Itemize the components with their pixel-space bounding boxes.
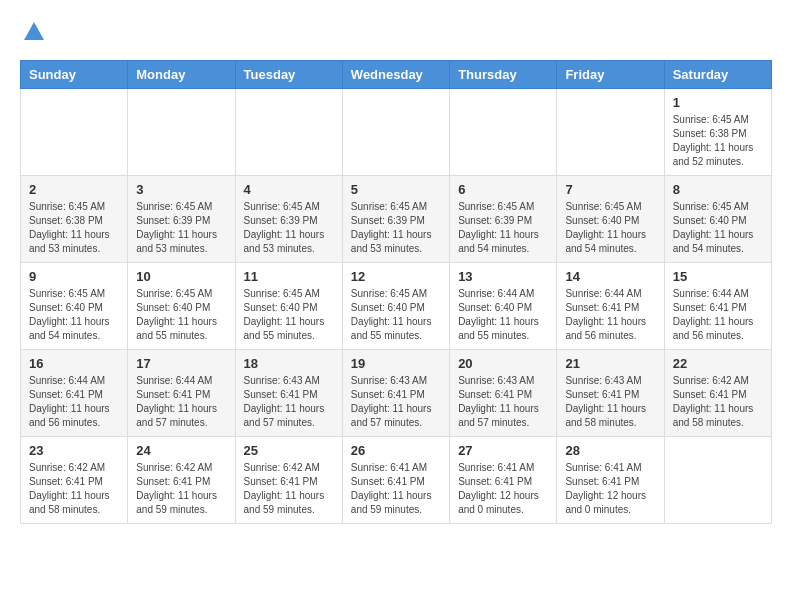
column-header-wednesday: Wednesday	[342, 61, 449, 89]
calendar-cell: 7Sunrise: 6:45 AM Sunset: 6:40 PM Daylig…	[557, 176, 664, 263]
calendar-table: SundayMondayTuesdayWednesdayThursdayFrid…	[20, 60, 772, 524]
calendar-cell: 8Sunrise: 6:45 AM Sunset: 6:40 PM Daylig…	[664, 176, 771, 263]
calendar-cell: 22Sunrise: 6:42 AM Sunset: 6:41 PM Dayli…	[664, 350, 771, 437]
calendar-cell: 1Sunrise: 6:45 AM Sunset: 6:38 PM Daylig…	[664, 89, 771, 176]
day-number: 1	[673, 95, 763, 110]
day-number: 22	[673, 356, 763, 371]
day-number: 11	[244, 269, 334, 284]
calendar-week-row: 1Sunrise: 6:45 AM Sunset: 6:38 PM Daylig…	[21, 89, 772, 176]
day-number: 25	[244, 443, 334, 458]
day-info: Sunrise: 6:44 AM Sunset: 6:41 PM Dayligh…	[673, 287, 763, 343]
calendar-cell: 27Sunrise: 6:41 AM Sunset: 6:41 PM Dayli…	[450, 437, 557, 524]
calendar-cell	[450, 89, 557, 176]
day-number: 27	[458, 443, 548, 458]
calendar-cell: 26Sunrise: 6:41 AM Sunset: 6:41 PM Dayli…	[342, 437, 449, 524]
column-header-thursday: Thursday	[450, 61, 557, 89]
day-number: 12	[351, 269, 441, 284]
day-number: 21	[565, 356, 655, 371]
calendar-cell: 24Sunrise: 6:42 AM Sunset: 6:41 PM Dayli…	[128, 437, 235, 524]
day-number: 14	[565, 269, 655, 284]
day-info: Sunrise: 6:45 AM Sunset: 6:40 PM Dayligh…	[244, 287, 334, 343]
calendar-week-row: 23Sunrise: 6:42 AM Sunset: 6:41 PM Dayli…	[21, 437, 772, 524]
day-info: Sunrise: 6:41 AM Sunset: 6:41 PM Dayligh…	[565, 461, 655, 517]
logo-icon	[22, 20, 46, 44]
day-info: Sunrise: 6:43 AM Sunset: 6:41 PM Dayligh…	[244, 374, 334, 430]
day-number: 8	[673, 182, 763, 197]
calendar-cell: 14Sunrise: 6:44 AM Sunset: 6:41 PM Dayli…	[557, 263, 664, 350]
calendar-cell: 23Sunrise: 6:42 AM Sunset: 6:41 PM Dayli…	[21, 437, 128, 524]
calendar-cell	[557, 89, 664, 176]
logo	[20, 20, 46, 44]
calendar-cell: 9Sunrise: 6:45 AM Sunset: 6:40 PM Daylig…	[21, 263, 128, 350]
day-number: 20	[458, 356, 548, 371]
day-info: Sunrise: 6:45 AM Sunset: 6:39 PM Dayligh…	[458, 200, 548, 256]
calendar-cell: 28Sunrise: 6:41 AM Sunset: 6:41 PM Dayli…	[557, 437, 664, 524]
calendar-cell: 19Sunrise: 6:43 AM Sunset: 6:41 PM Dayli…	[342, 350, 449, 437]
day-info: Sunrise: 6:45 AM Sunset: 6:39 PM Dayligh…	[244, 200, 334, 256]
day-info: Sunrise: 6:45 AM Sunset: 6:40 PM Dayligh…	[29, 287, 119, 343]
calendar-cell: 3Sunrise: 6:45 AM Sunset: 6:39 PM Daylig…	[128, 176, 235, 263]
calendar-cell: 17Sunrise: 6:44 AM Sunset: 6:41 PM Dayli…	[128, 350, 235, 437]
day-number: 26	[351, 443, 441, 458]
day-number: 28	[565, 443, 655, 458]
day-info: Sunrise: 6:45 AM Sunset: 6:38 PM Dayligh…	[673, 113, 763, 169]
day-number: 18	[244, 356, 334, 371]
day-info: Sunrise: 6:42 AM Sunset: 6:41 PM Dayligh…	[673, 374, 763, 430]
day-number: 13	[458, 269, 548, 284]
day-info: Sunrise: 6:41 AM Sunset: 6:41 PM Dayligh…	[458, 461, 548, 517]
calendar-cell: 18Sunrise: 6:43 AM Sunset: 6:41 PM Dayli…	[235, 350, 342, 437]
calendar-cell: 20Sunrise: 6:43 AM Sunset: 6:41 PM Dayli…	[450, 350, 557, 437]
calendar-cell	[342, 89, 449, 176]
day-info: Sunrise: 6:45 AM Sunset: 6:38 PM Dayligh…	[29, 200, 119, 256]
day-info: Sunrise: 6:45 AM Sunset: 6:40 PM Dayligh…	[565, 200, 655, 256]
day-number: 15	[673, 269, 763, 284]
day-number: 7	[565, 182, 655, 197]
calendar-cell	[128, 89, 235, 176]
calendar-cell: 5Sunrise: 6:45 AM Sunset: 6:39 PM Daylig…	[342, 176, 449, 263]
day-number: 3	[136, 182, 226, 197]
day-info: Sunrise: 6:44 AM Sunset: 6:40 PM Dayligh…	[458, 287, 548, 343]
day-number: 17	[136, 356, 226, 371]
day-number: 2	[29, 182, 119, 197]
svg-marker-0	[24, 22, 44, 40]
column-header-tuesday: Tuesday	[235, 61, 342, 89]
day-info: Sunrise: 6:45 AM Sunset: 6:39 PM Dayligh…	[351, 200, 441, 256]
column-header-monday: Monday	[128, 61, 235, 89]
day-number: 9	[29, 269, 119, 284]
day-info: Sunrise: 6:43 AM Sunset: 6:41 PM Dayligh…	[565, 374, 655, 430]
column-header-friday: Friday	[557, 61, 664, 89]
day-number: 10	[136, 269, 226, 284]
calendar-week-row: 9Sunrise: 6:45 AM Sunset: 6:40 PM Daylig…	[21, 263, 772, 350]
day-info: Sunrise: 6:42 AM Sunset: 6:41 PM Dayligh…	[136, 461, 226, 517]
day-info: Sunrise: 6:44 AM Sunset: 6:41 PM Dayligh…	[29, 374, 119, 430]
calendar-cell: 21Sunrise: 6:43 AM Sunset: 6:41 PM Dayli…	[557, 350, 664, 437]
calendar-cell: 10Sunrise: 6:45 AM Sunset: 6:40 PM Dayli…	[128, 263, 235, 350]
column-header-sunday: Sunday	[21, 61, 128, 89]
day-info: Sunrise: 6:41 AM Sunset: 6:41 PM Dayligh…	[351, 461, 441, 517]
day-info: Sunrise: 6:42 AM Sunset: 6:41 PM Dayligh…	[244, 461, 334, 517]
calendar-cell	[664, 437, 771, 524]
day-info: Sunrise: 6:44 AM Sunset: 6:41 PM Dayligh…	[136, 374, 226, 430]
day-number: 19	[351, 356, 441, 371]
calendar-cell	[21, 89, 128, 176]
calendar-cell: 6Sunrise: 6:45 AM Sunset: 6:39 PM Daylig…	[450, 176, 557, 263]
calendar-cell: 25Sunrise: 6:42 AM Sunset: 6:41 PM Dayli…	[235, 437, 342, 524]
calendar-cell: 11Sunrise: 6:45 AM Sunset: 6:40 PM Dayli…	[235, 263, 342, 350]
calendar-cell: 12Sunrise: 6:45 AM Sunset: 6:40 PM Dayli…	[342, 263, 449, 350]
day-number: 6	[458, 182, 548, 197]
calendar-header-row: SundayMondayTuesdayWednesdayThursdayFrid…	[21, 61, 772, 89]
day-info: Sunrise: 6:44 AM Sunset: 6:41 PM Dayligh…	[565, 287, 655, 343]
day-number: 16	[29, 356, 119, 371]
day-number: 24	[136, 443, 226, 458]
day-number: 4	[244, 182, 334, 197]
day-info: Sunrise: 6:43 AM Sunset: 6:41 PM Dayligh…	[351, 374, 441, 430]
calendar-cell: 2Sunrise: 6:45 AM Sunset: 6:38 PM Daylig…	[21, 176, 128, 263]
calendar-week-row: 2Sunrise: 6:45 AM Sunset: 6:38 PM Daylig…	[21, 176, 772, 263]
day-number: 23	[29, 443, 119, 458]
calendar-week-row: 16Sunrise: 6:44 AM Sunset: 6:41 PM Dayli…	[21, 350, 772, 437]
day-number: 5	[351, 182, 441, 197]
calendar-cell: 15Sunrise: 6:44 AM Sunset: 6:41 PM Dayli…	[664, 263, 771, 350]
day-info: Sunrise: 6:45 AM Sunset: 6:39 PM Dayligh…	[136, 200, 226, 256]
calendar-cell: 13Sunrise: 6:44 AM Sunset: 6:40 PM Dayli…	[450, 263, 557, 350]
calendar-cell	[235, 89, 342, 176]
